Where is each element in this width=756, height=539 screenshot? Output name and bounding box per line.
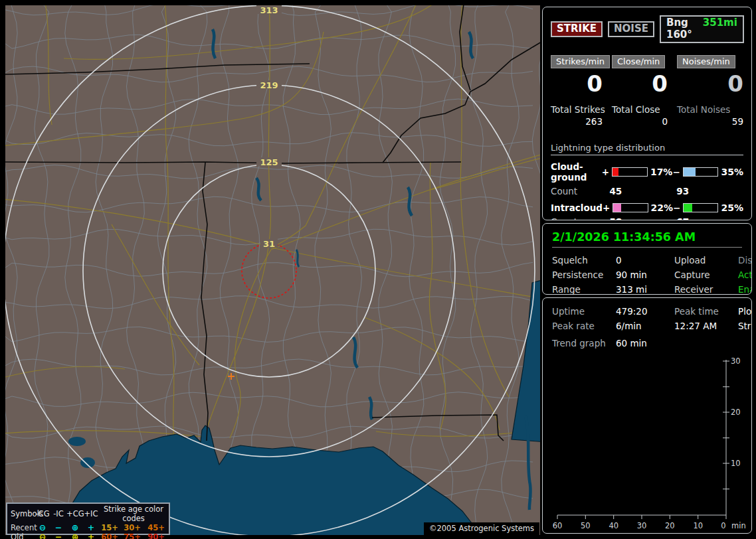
svg-text:40: 40 [609,521,618,530]
svg-text:50: 50 [581,521,591,530]
svg-text:313: 313 [260,5,278,15]
legend-type-pcg: +CG [66,509,84,518]
receiver-label: Receiver [674,284,738,295]
strikes-per-min-counter: Strikes/min 0 [551,55,603,96]
persistence-label: Persistence [552,270,616,280]
legend-recent-label: Recent [9,523,35,532]
cg-plus-bar [612,167,648,177]
range-value: 313 mi [616,284,674,295]
cg-minus-pct: 35% [721,167,743,177]
datetime-display: 2/1/2026 11:34:56 AM [552,230,742,248]
peak-rate-label: Peak rate [552,321,616,331]
intracloud-row: Intracloud + 22% − 25% [551,202,743,213]
upload-label: Upload [674,255,738,266]
recent-ncg-icon: ⊖ [35,523,50,532]
trend-axis-labels: 30 20 10 60 50 40 30 20 10 0 min [553,356,746,530]
ic-minus-bar [683,203,718,212]
recent-nic-icon: − [50,523,66,532]
recent-pic-icon: + [84,523,98,532]
trend-graph-value: 60 min [616,338,742,348]
svg-text:0: 0 [721,521,725,530]
strike-counters-panel: STRIKE NOISE Bng 160° 351mi Strikes/min … [542,7,752,220]
status-panel: 2/1/2026 11:34:56 AM Squelch 0 Upload Di… [542,223,752,295]
peak-time-label: Peak time [674,306,738,317]
capture-label: Capture [674,270,738,280]
noises-per-min-value: 0 [677,71,743,96]
cloud-ground-count-row: Count 45 93 [551,186,743,196]
squelch-label: Squelch [552,255,616,266]
legend-old-label: Old [9,532,35,539]
age-90: 90+ [143,532,169,539]
close-per-min-counter: Close/min 0 [612,55,668,96]
map-canvas: 313 219 125 31 [5,5,540,535]
svg-text:10: 10 [731,459,741,468]
uptime-value: 479:20 [616,306,674,317]
strikes-per-min-label: Strikes/min [551,55,610,68]
ic-plus-bar [613,203,648,212]
legend-type-nic: -IC [50,509,66,518]
total-noises: Total Noises 59 [677,104,743,127]
uptime-grid: Uptime 479:20 Peak time Plot Peak rate 6… [552,306,742,331]
old-ncg-icon: ⊖ [35,532,50,539]
range-label: Range [552,284,616,295]
plus-sign: + [603,202,610,213]
symbols-legend: Symbols -CG -IC +CG +IC Strike age color… [6,502,170,535]
legend-type-pic: +IC [84,509,98,518]
distribution-heading: Lightning type distribution [551,143,743,155]
strike-mode-button[interactable]: STRIKE [551,21,603,37]
svg-text:20: 20 [731,408,741,417]
noises-per-min-label: Noises/min [677,55,735,68]
ic-minus-count: 67 [676,216,743,220]
age-45: 45+ [143,523,169,532]
intracloud-count-row: Count 58 67 [551,216,743,220]
cg-plus-count: 45 [609,186,676,196]
minus-sign: − [673,202,680,213]
total-close: Total Close 0 [612,104,668,127]
copyright-text: ©2005 Astrogenic Systems [424,522,539,535]
lightning-map[interactable]: 313 219 125 31 Symbols -CG -IC +CG +IC S… [5,5,540,535]
ic-minus-pct: 25% [721,202,743,213]
svg-text:30: 30 [637,521,647,530]
svg-text:60: 60 [553,521,563,530]
close-per-min-value: 0 [612,71,668,96]
svg-text:31: 31 [263,239,275,249]
plot-mode-label: Plot [738,306,752,317]
bearing-range-value: 351mi [703,17,737,40]
upload-status: Disabled [738,255,752,266]
squelch-value: 0 [616,255,674,266]
cg-minus-bar [683,167,719,177]
cloud-ground-row: Cloud-ground + 17% − 35% [551,161,743,183]
cg-plus-pct: 17% [650,167,673,177]
minus-sign: − [672,167,680,177]
old-pic-icon: + [84,532,98,539]
plus-sign: + [602,167,609,177]
total-strikes: Total Strikes 263 [551,104,603,127]
svg-text:30: 30 [731,356,741,366]
close-per-min-label: Close/min [612,55,665,68]
strikes-per-min-value: 0 [551,71,603,96]
noise-mode-button[interactable]: NOISE [608,21,654,37]
receiver-status: Enabled [738,284,752,295]
uptime-label: Uptime [552,306,616,317]
ic-plus-pct: 22% [651,202,674,213]
trend-axes [557,360,729,519]
plot-mode-value: Strike [738,321,752,331]
peak-rate-value: 6/min [616,321,674,331]
trend-panel: Uptime 479:20 Peak time Plot Peak rate 6… [542,297,752,534]
svg-text:20: 20 [665,521,675,530]
legend-type-ncg: -CG [35,509,50,518]
age-75: 75+ [121,532,143,539]
svg-text:10: 10 [693,521,703,530]
app-window: { "colors": { "map_land": "#6b5e58", "ma… [0,0,756,539]
legend-age-header: Strike age color codes [98,504,169,523]
bearing-readout: Bng 160° 351mi [660,15,744,43]
old-nic-icon: − [50,532,66,539]
age-30: 30+ [121,523,143,532]
svg-text:219: 219 [260,80,278,90]
legend-symbols-header: Symbols [9,509,35,518]
age-15: 15+ [98,523,121,532]
noises-per-min-counter: Noises/min 0 [677,55,743,96]
persistence-value: 90 min [616,270,674,280]
age-60: 60+ [98,532,121,539]
bearing-value: Bng 160° [666,17,692,40]
